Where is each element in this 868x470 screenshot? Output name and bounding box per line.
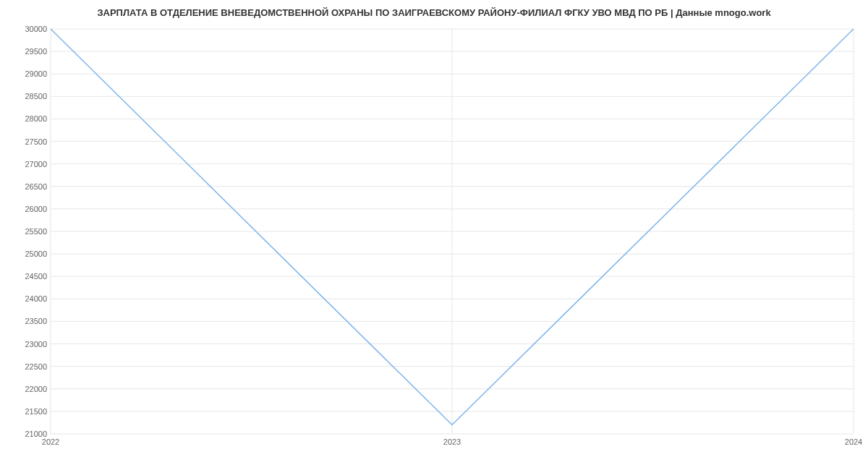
y-tick-label: 27000	[4, 160, 47, 168]
y-tick-label: 22500	[4, 362, 47, 371]
y-tick-label: 29500	[4, 47, 47, 56]
y-tick-label: 21500	[4, 407, 47, 416]
y-tick-label: 25000	[4, 249, 47, 258]
y-tick-label: 27500	[4, 137, 47, 146]
y-tick-label: 29000	[4, 69, 47, 78]
y-tick-label: 26000	[4, 205, 47, 213]
grid-group	[51, 29, 854, 434]
y-tick-label: 30000	[4, 25, 47, 33]
x-tick-label: 2022	[42, 437, 59, 446]
y-tick-label: 28000	[4, 114, 47, 123]
chart-title: ЗАРПЛАТА В ОТДЕЛЕНИЕ ВНЕВЕДОМСТВЕННОЙ ОХ…	[0, 0, 868, 22]
y-tick-label: 28500	[4, 92, 47, 101]
chart-container: ЗАРПЛАТА В ОТДЕЛЕНИЕ ВНЕВЕДОМСТВЕННОЙ ОХ…	[0, 0, 868, 470]
y-tick-label: 26500	[4, 182, 47, 191]
y-tick-label: 25500	[4, 227, 47, 236]
x-tick-label: 2023	[443, 437, 461, 446]
y-tick-label: 21000	[4, 430, 47, 438]
y-tick-label: 22000	[4, 385, 47, 393]
x-tick-label: 2024	[845, 437, 862, 446]
y-tick-label: 24000	[4, 294, 47, 303]
plot-area	[51, 29, 854, 434]
y-tick-label: 23000	[4, 340, 47, 349]
chart-svg	[51, 29, 854, 434]
y-tick-label: 23500	[4, 317, 47, 325]
y-tick-label: 24500	[4, 272, 47, 281]
